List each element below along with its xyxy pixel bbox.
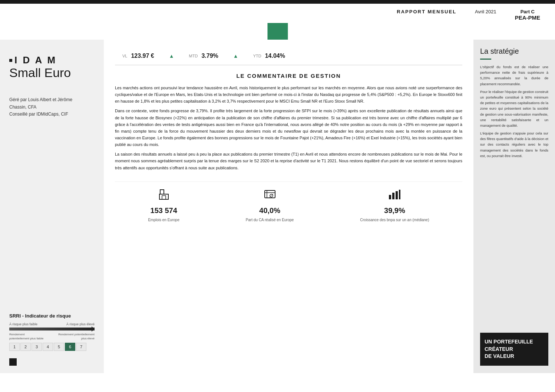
center-content: VL 123.97 € ▲ MTD 3.79% ▲ YTD 14.04% LE … [104,40,473,373]
brand-name: I D A M [14,54,57,66]
strategy-section: La stratégie L'objectif du fonds est de … [480,47,548,161]
left-sidebar: I D A M Small Euro Géré par Louis Albert… [0,40,104,373]
mtd-label: MTD [189,54,198,58]
stat3-value: 39,9% [384,206,405,215]
header: RAPPORT MENSUEL Avril 2021 Part C PEA-PM… [0,4,555,23]
ytd-value: 14.04% [265,53,285,59]
header-part: Part C [521,9,535,14]
risk-num-4: 4 [43,343,53,351]
svg-rect-2 [162,196,166,199]
stat1-label: Emplois en Europe [148,218,179,222]
footer-line3: DE VALEUR [485,353,544,360]
commentary-section: LE COMMENTAIRE DE GESTION Les marchés ac… [115,73,462,174]
fund-managers: Géré par Louis Albert et Jérôme Chassin,… [9,96,95,118]
strategy-p1: L'objectif du fonds est de réaliser une … [480,64,548,87]
deco-area [0,23,555,40]
footer-line2: CRÉATEUR [485,346,544,353]
strategy-p2: Pour le réaliser l'équipe de gestion con… [480,89,548,128]
risk-bottom-left: Rendementpotentiellement plus faible [9,333,44,340]
sidebar-footer-deco [9,358,17,366]
brand-dot [9,59,12,62]
footer-line1: UN PORTEFEUILLE [485,338,544,346]
fund-title-block: I D A M Small Euro [9,54,95,80]
fund-brand: I D A M [9,54,95,66]
ca-icon [263,187,277,203]
strategy-divider [480,59,491,60]
stats-row: VL 123.97 € ▲ MTD 3.79% ▲ YTD 14.04% [115,47,462,65]
main-layout: I D A M Small Euro Géré par Louis Albert… [0,40,555,373]
stat-ytd: YTD 14.04% [253,53,285,59]
risk-num-1: 1 [9,343,20,351]
risk-num-3: 3 [32,343,42,351]
green-square-deco [267,23,288,40]
header-part-block: Part C PEA-PME [515,9,540,21]
risk-num-6-active: 6 [65,343,75,351]
svg-rect-8 [389,195,391,199]
risk-section: SRRI - Indicateur de risque À risque plu… [9,306,95,351]
risk-title: SRRI - Indicateur de risque [9,313,95,319]
strategy-title: La stratégie [480,47,548,56]
risk-label-low: À risque plus faible [9,322,37,326]
bnpa-icon [388,187,401,203]
risk-labels: À risque plus faible À risque plus élevé [9,322,95,326]
ytd-label: YTD [253,54,261,58]
manager-line1: Géré par Louis Albert et Jérôme [9,96,95,103]
vl-label: VL [122,54,127,58]
svg-rect-9 [392,193,394,199]
fund-name: Small Euro [9,66,95,80]
header-date: Avril 2021 [475,9,496,14]
rapport-label: RAPPORT MENSUEL [397,9,456,14]
ytd-arrow-icon: ▲ [233,53,238,59]
commentary-p3: La saison des résultats annuels a laissé… [115,151,462,171]
risk-num-2: 2 [20,343,31,351]
mtd-value: 3.79% [201,53,218,59]
commentary-title: LE COMMENTAIRE DE GESTION [115,73,462,79]
right-sidebar: La stratégie L'objectif du fonds est de … [473,40,555,373]
right-sidebar-footer: UN PORTEFEUILLE CRÉATEUR DE VALEUR [480,333,548,366]
emplois-icon [157,187,171,203]
bottom-stats: 153 574 Emplois en Europe 40,0% Part du … [115,182,462,222]
risk-num-7: 7 [76,343,86,351]
svg-rect-1 [159,194,168,199]
svg-rect-0 [160,190,164,194]
bottom-stat-1: 153 574 Emplois en Europe [148,187,179,222]
stat3-label: Croissance des bnpa sur un an (médiane) [360,218,429,222]
svg-rect-3 [265,190,275,198]
risk-bottom-right: Rendement potentiellementplus élevé [58,333,95,340]
stat2-value: 40,0% [259,206,280,215]
risk-arrow-bar [9,328,95,330]
stat1-value: 153 574 [151,206,177,215]
stat-mtd: MTD 3.79% [189,53,218,59]
commentary-p1: Les marchés actions ont poursuivi leur t… [115,84,462,104]
commentary-body: Les marchés actions ont poursuivi leur t… [115,84,462,171]
mtd-arrow-icon: ▲ [169,53,174,59]
risk-num-5: 5 [54,343,64,351]
strategy-p3: L'équipe de gestion s'appuie pour cela s… [480,130,548,159]
manager-line2: Chassin, CFA [9,104,95,111]
bottom-stat-2: 40,0% Part du CA réalisé en Europe [246,187,294,222]
top-bar [0,0,555,4]
risk-label-high: À risque plus élevé [66,322,95,326]
strategy-text: L'objectif du fonds est de réaliser une … [480,64,548,159]
header-fund-type: PEA-PME [515,14,540,21]
vl-value: 123.97 € [131,53,154,59]
svg-rect-11 [399,190,400,199]
risk-numbers: 1 2 3 4 5 6 7 [9,343,95,351]
commentary-p2: Dans ce contexte, votre fonds progresse … [115,107,462,148]
stat2-label: Part du CA réalisé en Europe [246,218,294,222]
manager-line3: Conseillé par IDMidCaps, CIF [9,111,95,118]
risk-bottom-labels: Rendementpotentiellement plus faible Ren… [9,333,95,340]
svg-rect-10 [396,191,398,199]
bottom-stat-3: 39,9% Croissance des bnpa sur un an (méd… [360,187,429,222]
stat-vl: VL 123.97 € [122,53,154,59]
